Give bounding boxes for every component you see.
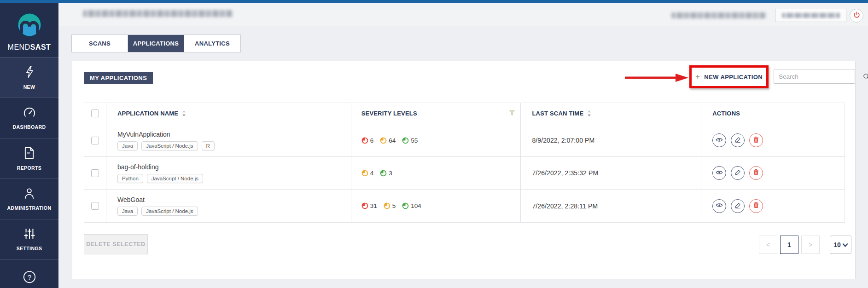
application-name[interactable]: MyVulnApplication [117,131,215,138]
pencil-icon [735,202,741,210]
tab-applications[interactable]: APPLICATIONS [128,35,184,52]
page-size-select[interactable]: 10 [830,236,851,254]
column-header-actions: ACTIONS [712,110,740,117]
delete-button[interactable] [749,133,763,147]
trash-icon [753,202,759,210]
sliders-icon [23,228,35,242]
search-input[interactable] [774,73,863,80]
last-scan-time: 7/26/2022, 2:28:11 PM [532,202,598,210]
edit-button[interactable] [731,133,745,147]
applications-card: MY APPLICATIONS + NEW APPLICATION [72,61,856,279]
edit-button[interactable] [731,166,745,180]
sidebar-item-settings[interactable]: SETTINGS [0,219,58,259]
sidebar-item-label: NEW [23,84,35,90]
actions-cell [701,190,845,222]
application-name[interactable]: bag-of-holding [117,163,203,171]
sidebar-item-label: SETTINGS [17,246,42,251]
language-tag: R [202,141,215,150]
edit-button[interactable] [731,199,745,213]
severity-levels-cell: 6 64 55 [351,124,521,156]
severity-levels-cell: 4 3 [351,157,521,189]
actions-cell [701,157,845,189]
severity-low: 3 [380,170,392,177]
pagination-prev-button[interactable]: < [759,236,777,254]
sidebar-item-help[interactable]: ? [0,259,58,288]
sidebar-item-dashboard[interactable]: DASHBOARD [0,98,58,138]
delete-button[interactable] [749,166,763,180]
application-name[interactable]: WebGoat [117,196,198,203]
pagination-next-button[interactable]: > [801,236,820,254]
app-page: MENDSAST NEW DASHBOARD [0,0,868,288]
dashboard-gauge-icon [23,106,36,120]
sidebar-item-new[interactable]: NEW [0,57,58,98]
logout-power-button[interactable] [850,9,863,23]
tab-scans[interactable]: SCANS [72,35,128,52]
person-icon [23,187,35,201]
view-button[interactable] [712,166,726,180]
sort-icon[interactable] [182,110,186,116]
table-header-row: APPLICATION NAME SEVERITY LEVELS LAST SC… [84,103,845,124]
lightning-icon [24,65,35,80]
mend-logo-icon [16,12,43,40]
severity-high: 6 [361,137,374,144]
column-header-application-name[interactable]: APPLICATION NAME [117,110,178,117]
last-scan-time: 7/26/2022, 2:35:32 PM [532,169,598,177]
report-document-icon [24,147,35,161]
sidebar-item-administration[interactable]: ADMINISTRATION [0,179,58,219]
view-button[interactable] [712,199,726,213]
language-tag: JavaScript / Node.js [147,174,203,183]
eye-icon [716,170,723,177]
redacted-user-name [671,12,766,18]
severity-low: 104 [402,202,421,209]
severity-medium: 64 [380,137,396,144]
brand-name: MENDSAST [8,43,51,52]
annotation-arrow-icon [624,72,689,83]
table-row: bag-of-holding PythonJavaScript / Node.j… [84,157,845,190]
severity-medium: 5 [384,202,396,209]
table-row: WebGoat JavaJavaScript / Node.js 31 5 10… [84,190,845,222]
row-checkbox[interactable] [91,169,99,177]
search-box [774,69,855,84]
redacted-org-text [782,13,840,18]
my-applications-badge: MY APPLICATIONS [84,72,153,84]
brand-logo-block[interactable]: MENDSAST [0,3,58,57]
language-tag: Java [117,141,138,150]
row-checkbox[interactable] [91,202,99,210]
search-icon[interactable] [863,73,868,80]
column-header-severity-levels: SEVERITY LEVELS [361,110,417,117]
tab-analytics[interactable]: ANALYTICS [184,35,240,52]
select-all-checkbox[interactable] [91,109,99,117]
sidebar-item-label: REPORTS [17,165,42,171]
column-header-last-scan-time[interactable]: LAST SCAN TIME [532,110,583,117]
tab-bar: SCANS APPLICATIONS ANALYTICS [71,35,241,52]
row-checkbox[interactable] [91,137,99,144]
eye-icon [716,137,723,144]
help-question-icon: ? [23,270,36,286]
pagination-page-1[interactable]: 1 [780,236,798,254]
filter-icon[interactable] [509,110,515,117]
annotation-highlight-box: + NEW APPLICATION [689,65,769,88]
severity-high: 31 [361,202,377,209]
redacted-org-selector[interactable] [775,9,846,22]
language-tags: JavaJavaScript / Node.jsR [117,141,215,150]
language-tag: JavaScript / Node.js [141,207,198,216]
sidebar-item-label: ADMINISTRATION [7,205,52,211]
sidebar-item-label: DASHBOARD [13,124,46,130]
severity-low: 55 [402,137,418,144]
delete-selected-button[interactable]: DELETE SELECTED [84,234,148,254]
sidebar-item-reports[interactable]: REPORTS [0,138,58,179]
language-tag: Java [117,207,138,216]
language-tag: JavaScript / Node.js [141,141,198,150]
severity-levels-cell: 31 5 104 [351,190,521,222]
new-application-button[interactable]: + NEW APPLICATION [692,68,766,86]
delete-button[interactable] [749,199,763,213]
sort-icon[interactable] [587,110,591,116]
applications-table: APPLICATION NAME SEVERITY LEVELS LAST SC… [84,103,845,223]
pencil-icon [735,169,741,177]
language-tags: JavaJavaScript / Node.js [117,207,198,216]
power-icon [853,11,861,21]
view-button[interactable] [712,133,726,147]
pagination: < 1 > 10 [756,236,851,254]
eye-icon [716,202,723,209]
actions-cell [701,124,845,156]
